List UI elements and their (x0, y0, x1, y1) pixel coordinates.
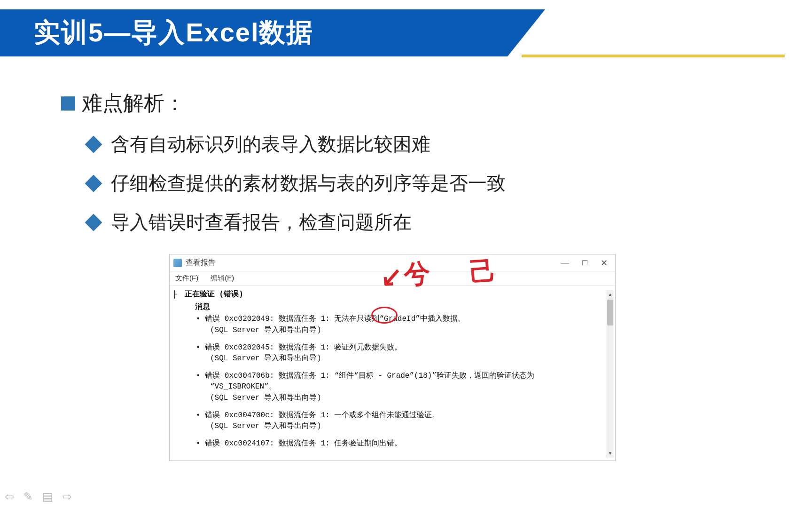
error-line: 错误 0xc0024107: 数据流任务 1: 任务验证期间出错。 (203, 438, 607, 449)
close-button[interactable]: ✕ (601, 258, 608, 268)
pen-icon[interactable]: ✎ (23, 490, 33, 503)
menu-edit[interactable]: 编辑(E) (211, 274, 234, 283)
diamond-bullet-icon (85, 214, 102, 231)
scroll-thumb[interactable] (607, 300, 613, 325)
heading-text: 难点解析： (82, 89, 185, 117)
window-title: 查看报告 (186, 258, 216, 268)
scroll-down-icon[interactable]: ▼ (606, 449, 614, 458)
window-titlebar: 查看报告 — □ ✕ (170, 254, 615, 271)
window-menubar: 文件(F) 编辑(E) (170, 271, 615, 286)
square-bullet-icon (61, 96, 75, 111)
error-line: 错误 0xc004706b: 数据流任务 1: “组件“目标 - Grade”(… (203, 371, 607, 381)
section-title: 正在验证 (错误) (178, 289, 607, 300)
error-line: (SQL Server 导入和导出向导) (203, 393, 607, 404)
scroll-up-icon[interactable]: ▲ (606, 290, 614, 299)
error-line: 错误 0xc0202045: 数据流任务 1: 验证列元数据失败。 (203, 342, 607, 353)
error-line: (SQL Server 导入和导出向导) (203, 421, 607, 432)
slide-header: 实训5—导入Excel数据 (0, 0, 812, 61)
footer-toolbar: ⇦ ✎ ▤ ⇨ (5, 490, 72, 503)
list-icon[interactable]: ▤ (42, 490, 53, 503)
bullet-row: 含有自动标识列的表导入数据比较困难 (87, 131, 766, 157)
maximize-button[interactable]: □ (582, 258, 587, 268)
prev-icon[interactable]: ⇦ (5, 490, 14, 503)
message-label: 消息 (178, 302, 607, 313)
error-entry: 错误 0xc0202049: 数据流任务 1: 无法在只读列“GradeId”中… (178, 314, 607, 335)
error-line: (SQL Server 导入和导出向导) (203, 353, 607, 364)
report-window: 查看报告 — □ ✕ 文件(F) 编辑(E) ├ 正在验证 (错误) 消息 错误… (169, 254, 616, 461)
message-area: ├ 正在验证 (错误) 消息 错误 0xc0202049: 数据流任务 1: 无… (170, 286, 615, 460)
error-entry: 错误 0xc004700c: 数据流任务 1: 一个或多个组件未能通过验证。 (… (178, 410, 607, 432)
error-line: (SQL Server 导入和导出向导) (203, 325, 607, 336)
diamond-bullet-icon (85, 175, 102, 192)
tree-prefix: ├ (172, 289, 177, 300)
window-controls: — □ ✕ (561, 258, 611, 268)
bullet-text: 导入错误时查看报告，检查问题所在 (111, 209, 412, 235)
menu-file[interactable]: 文件(F) (175, 274, 198, 283)
error-entry: 错误 0xc004706b: 数据流任务 1: “组件“目标 - Grade”(… (178, 371, 607, 404)
next-icon[interactable]: ⇨ (62, 490, 72, 503)
bullet-text: 仔细检查提供的素材数据与表的列序等是否一致 (111, 170, 506, 196)
error-line: 错误 0xc004700c: 数据流任务 1: 一个或多个组件未能通过验证。 (203, 410, 607, 421)
error-entry: 错误 0xc0024107: 数据流任务 1: 任务验证期间出错。 (178, 438, 607, 449)
slide-content: 难点解析： 含有自动标识列的表导入数据比较困难 仔细检查提供的素材数据与表的列序… (61, 89, 766, 248)
minimize-button[interactable]: — (561, 258, 569, 268)
error-entry: 错误 0xc0202045: 数据流任务 1: 验证列元数据失败。 (SQL S… (178, 342, 607, 364)
report-icon (173, 259, 182, 267)
bullet-text: 含有自动标识列的表导入数据比较困难 (111, 131, 430, 157)
heading-row: 难点解析： (61, 89, 766, 117)
accent-line (522, 55, 785, 57)
scrollbar[interactable]: ▲ ▼ (606, 290, 614, 458)
diamond-bullet-icon (85, 135, 102, 153)
error-line: “VS_ISBROKEN”。 (203, 381, 607, 392)
bullet-row: 导入错误时查看报告，检查问题所在 (87, 209, 766, 235)
error-line: 错误 0xc0202049: 数据流任务 1: 无法在只读列“GradeId”中… (203, 314, 607, 325)
slide-title: 实训5—导入Excel数据 (34, 15, 314, 51)
bullet-row: 仔细检查提供的素材数据与表的列序等是否一致 (87, 170, 766, 196)
